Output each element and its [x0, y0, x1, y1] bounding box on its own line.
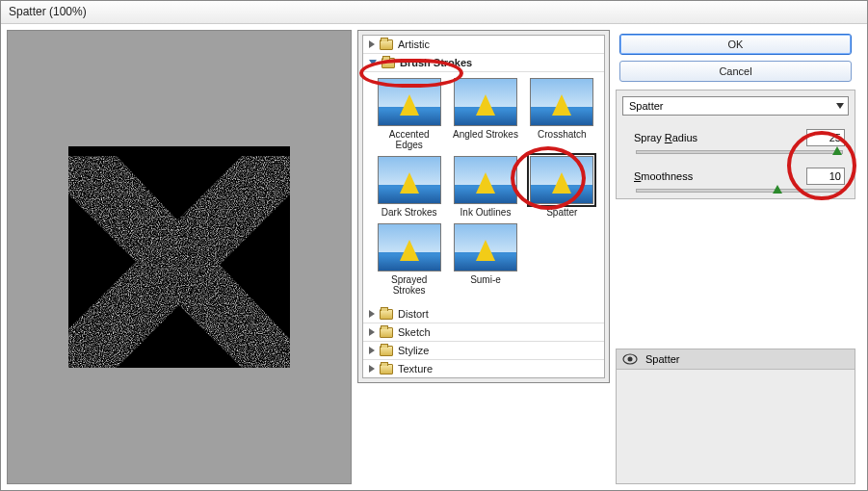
category-brush-strokes[interactable]: Brush Strokes — [363, 54, 604, 72]
smoothness-label: Smoothness — [634, 170, 693, 182]
thumbnail-grid: Accented Edges Angled Strokes Crosshatch — [363, 72, 604, 305]
category-distort[interactable]: Distort — [363, 305, 604, 323]
preview-pane[interactable] — [7, 30, 352, 484]
thumb-dark-strokes[interactable]: Dark Strokes — [375, 156, 443, 218]
folder-icon — [380, 364, 393, 375]
cancel-button[interactable]: Cancel — [619, 61, 852, 82]
window-title: Spatter (100%) — [1, 1, 867, 24]
folder-icon — [380, 346, 393, 356]
category-texture[interactable]: Texture — [363, 360, 604, 377]
folder-icon — [380, 309, 393, 320]
chevron-right-icon — [369, 40, 375, 48]
filter-select-value: Spatter — [629, 100, 663, 112]
folder-icon — [380, 327, 393, 338]
category-label: Sketch — [398, 326, 431, 338]
thumb-crosshatch[interactable]: Crosshatch — [528, 78, 596, 150]
chevron-right-icon — [369, 310, 375, 318]
title-text: Spatter (100%) — [9, 5, 87, 18]
folder-icon — [380, 39, 393, 50]
category-label: Artistic — [398, 39, 430, 50]
chevron-right-icon — [369, 347, 375, 354]
chevron-right-icon — [369, 328, 375, 336]
preview-art — [68, 146, 290, 368]
thumb-sprayed-strokes[interactable]: Sprayed Strokes — [375, 223, 443, 296]
ok-button[interactable]: OK — [619, 34, 852, 55]
spray-radius-label: Spray Radius — [634, 132, 697, 143]
svg-point-4 — [628, 357, 633, 362]
visibility-eye-icon[interactable] — [622, 353, 638, 365]
right-panel: OK Cancel Spatter Spray Radius — [614, 30, 857, 484]
category-label: Stylize — [398, 345, 429, 356]
chevron-down-icon — [369, 60, 377, 65]
slider-thumb-icon — [773, 185, 782, 194]
thumb-spatter[interactable]: Spatter — [528, 156, 596, 218]
category-artistic[interactable]: Artistic — [363, 36, 604, 54]
dialog-buttons: OK Cancel — [614, 30, 857, 82]
folder-icon — [381, 58, 395, 68]
effect-layers: Spatter — [616, 349, 855, 484]
layer-label: Spatter — [645, 353, 679, 365]
category-stylize[interactable]: Stylize — [363, 342, 604, 360]
thumb-sumi-e[interactable]: Sumi-e — [451, 223, 519, 296]
spray-radius-input[interactable] — [806, 129, 845, 146]
thumb-ink-outlines[interactable]: Ink Outlines — [451, 156, 519, 218]
layer-row[interactable]: Spatter — [617, 349, 855, 370]
param-spray-radius: Spray Radius — [622, 129, 849, 154]
param-smoothness: Smoothness — [622, 168, 849, 193]
filter-settings: Spatter Spray Radius Smoothness — [616, 90, 855, 199]
smoothness-input[interactable] — [806, 168, 845, 185]
filter-tree-pane: Artistic Brush Strokes Accented Edges — [357, 30, 610, 383]
category-label: Texture — [398, 363, 433, 375]
filter-gallery-window: Spatter (100%) — [0, 0, 868, 491]
thumb-accented-edges[interactable]: Accented Edges — [375, 78, 443, 150]
category-sketch[interactable]: Sketch — [363, 323, 604, 342]
filter-select[interactable]: Spatter — [622, 96, 849, 116]
filter-tree[interactable]: Artistic Brush Strokes Accented Edges — [362, 35, 605, 378]
slider-thumb-icon — [832, 146, 842, 155]
preview-image — [68, 146, 290, 368]
category-label: Brush Strokes — [400, 57, 472, 68]
thumb-angled-strokes[interactable]: Angled Strokes — [451, 78, 519, 150]
smoothness-slider[interactable] — [636, 189, 843, 193]
chevron-right-icon — [369, 365, 375, 373]
spray-radius-slider[interactable] — [636, 150, 843, 154]
content-area: Artistic Brush Strokes Accented Edges — [1, 24, 867, 490]
filter-tree-column: Artistic Brush Strokes Accented Edges — [357, 30, 610, 484]
category-label: Distort — [398, 308, 429, 320]
